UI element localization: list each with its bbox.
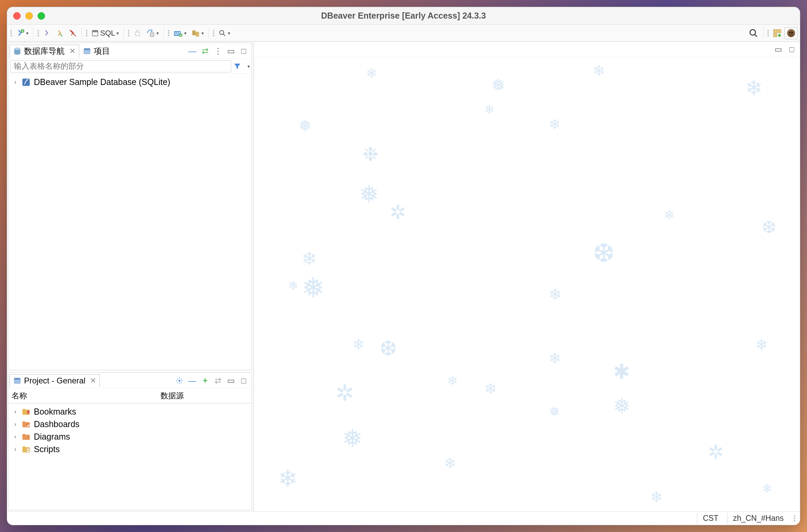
- minimize-button[interactable]: ▭: [226, 376, 236, 385]
- close-tab-icon[interactable]: ✕: [90, 376, 96, 385]
- reconnect-button[interactable]: [54, 27, 66, 39]
- status-timezone[interactable]: CST: [697, 513, 724, 524]
- close-tab-icon[interactable]: ✕: [69, 47, 75, 56]
- snowflake-icon: ❆: [762, 217, 776, 237]
- snowflake-icon: ❄: [650, 488, 663, 506]
- snowflake-icon: ✲: [336, 380, 354, 406]
- snowflake-icon: ❄: [664, 207, 675, 222]
- toolbar-grip-icon: [36, 30, 40, 36]
- svg-point-23: [792, 32, 793, 33]
- tree-item-scripts[interactable]: › Scripts: [10, 443, 250, 456]
- toolbar-grip-icon: [127, 30, 131, 36]
- snowflake-icon: ❄: [484, 380, 497, 397]
- collapse-all-button[interactable]: —: [188, 376, 197, 385]
- dbeaver-logo-button[interactable]: [784, 27, 798, 39]
- expand-icon[interactable]: ›: [12, 78, 18, 86]
- svg-rect-18: [773, 34, 777, 37]
- dropdown-arrow-icon: ▾: [202, 31, 204, 36]
- toolbar-separator: [33, 28, 34, 39]
- snowflake-icon: ❄: [366, 65, 377, 81]
- toolbar-grip-icon: [85, 30, 89, 36]
- expand-icon[interactable]: ›: [12, 408, 18, 415]
- tab-label: 项目: [94, 46, 110, 57]
- svg-rect-16: [773, 30, 777, 33]
- editor-toolbar: ▭ □: [254, 42, 800, 57]
- snowflake-icon: ❅: [491, 75, 505, 95]
- snowflake-icon: ✲: [390, 201, 406, 224]
- tree-item-dashboards[interactable]: › Dashboards: [10, 418, 250, 431]
- configure-button[interactable]: [175, 376, 184, 385]
- svg-rect-33: [26, 425, 27, 426]
- sql-editor-button[interactable]: SQL ▾: [89, 27, 121, 39]
- tab-projects[interactable]: 项目: [79, 45, 114, 58]
- snowflake-icon: ❄: [444, 455, 456, 472]
- expand-icon[interactable]: ›: [12, 433, 18, 440]
- disconnect-button[interactable]: [67, 27, 79, 39]
- minimize-button[interactable]: ▭: [773, 45, 783, 54]
- snowflake-icon: ❄: [302, 248, 317, 269]
- snowflake-icon: ❄: [484, 102, 494, 117]
- minimize-button[interactable]: ▭: [226, 46, 236, 56]
- perspective-button[interactable]: [771, 27, 784, 39]
- left-sidebar: 数据库导航 ✕ 项目 — ⇄ ⋮ ▭ □: [7, 42, 254, 511]
- connect-button[interactable]: [41, 27, 53, 39]
- project-panel: Project - General ✕ — + ⇄ ▭ □: [8, 372, 252, 511]
- snowflake-icon: ❄: [447, 373, 458, 388]
- maximize-button[interactable]: □: [787, 45, 796, 54]
- maximize-button[interactable]: □: [239, 46, 248, 56]
- nav-tree: › DBeaver Sample Database (SQLite): [9, 74, 251, 369]
- toolbar-grip-icon: [766, 30, 770, 36]
- add-button[interactable]: +: [201, 376, 210, 385]
- git-button[interactable]: GIT ▾: [171, 27, 189, 39]
- transaction-button[interactable]: ▾: [144, 27, 161, 39]
- svg-rect-36: [26, 436, 27, 437]
- titlebar: DBeaver Enterprise [Early Access] 24.3.3: [7, 7, 800, 25]
- sql-button-label: SQL: [100, 29, 115, 38]
- tab-project-general[interactable]: Project - General ✕: [10, 374, 100, 387]
- statusbar: CST zh_CN_#Hans: [7, 511, 800, 525]
- filter-button[interactable]: [233, 62, 245, 70]
- svg-point-25: [14, 48, 20, 50]
- search-dropdown-button[interactable]: ▾: [216, 27, 232, 39]
- toolbar-separator: [208, 28, 209, 39]
- tab-database-navigator[interactable]: 数据库导航 ✕: [10, 45, 79, 58]
- global-search-button[interactable]: [747, 27, 760, 39]
- snowflake-icon: ❄: [549, 116, 561, 133]
- tree-item-connection[interactable]: › DBeaver Sample Database (SQLite): [10, 76, 250, 88]
- snowflake-icon: ❄: [549, 349, 561, 367]
- schema-compare-button[interactable]: ▾: [189, 27, 206, 39]
- toolbar-grip-icon: [211, 30, 215, 36]
- expand-icon[interactable]: ›: [12, 421, 18, 428]
- folder-script-icon: [22, 445, 31, 454]
- svg-point-21: [788, 31, 793, 37]
- snowflake-icon: ❆: [593, 238, 615, 269]
- snowflake-icon: ❄: [762, 481, 772, 496]
- snowflake-icon: ❄: [745, 75, 763, 100]
- link-editor-button[interactable]: ⇄: [213, 376, 223, 385]
- tree-item-bookmarks[interactable]: › Bookmarks: [10, 405, 250, 418]
- svg-rect-3: [135, 32, 139, 36]
- filter-dropdown-icon[interactable]: ▾: [247, 64, 250, 69]
- new-connection-button[interactable]: ▾: [14, 27, 31, 39]
- toolbar-separator: [124, 28, 124, 39]
- collapse-all-button[interactable]: —: [188, 46, 197, 56]
- commit-button[interactable]: [131, 27, 144, 39]
- nav-search-input[interactable]: [10, 60, 231, 72]
- maximize-button[interactable]: □: [239, 376, 248, 385]
- dropdown-arrow-icon: ▾: [156, 31, 159, 36]
- status-locale[interactable]: zh_CN_#Hans: [727, 513, 789, 524]
- expand-icon[interactable]: ›: [12, 446, 18, 453]
- column-name-header[interactable]: 名称: [12, 391, 161, 401]
- snowflake-icon: ❄: [352, 336, 364, 353]
- column-datasource-header[interactable]: 数据源: [161, 391, 184, 401]
- tree-item-diagrams[interactable]: › Diagrams: [10, 431, 250, 443]
- link-editor-button[interactable]: ⇄: [201, 46, 210, 56]
- snowflake-icon: ❄: [288, 279, 298, 293]
- window-title: DBeaver Enterprise [Early Access] 24.3.3: [7, 11, 800, 21]
- project-panel-actions: — + ⇄ ▭ □: [175, 376, 250, 385]
- database-icon: [13, 47, 21, 55]
- window-icon: [13, 377, 21, 385]
- svg-point-14: [220, 31, 224, 35]
- view-menu-button[interactable]: ⋮: [213, 46, 223, 56]
- dropdown-arrow-icon: ▾: [116, 31, 119, 36]
